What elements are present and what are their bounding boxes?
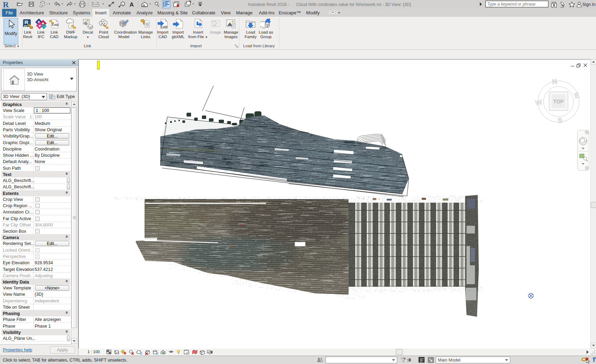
svg-text:E: E bbox=[574, 91, 580, 100]
svg-text:N: N bbox=[552, 77, 558, 86]
svg-text:TOP: TOP bbox=[553, 99, 564, 104]
svg-text:R: R bbox=[3, 0, 9, 9]
svg-text:W: W bbox=[535, 98, 543, 107]
svg-text:1: 1 bbox=[122, 3, 124, 6]
svg-text:CAD: CAD bbox=[161, 25, 168, 29]
svg-text:A: A bbox=[129, 1, 134, 8]
svg-text:S: S bbox=[557, 116, 563, 125]
